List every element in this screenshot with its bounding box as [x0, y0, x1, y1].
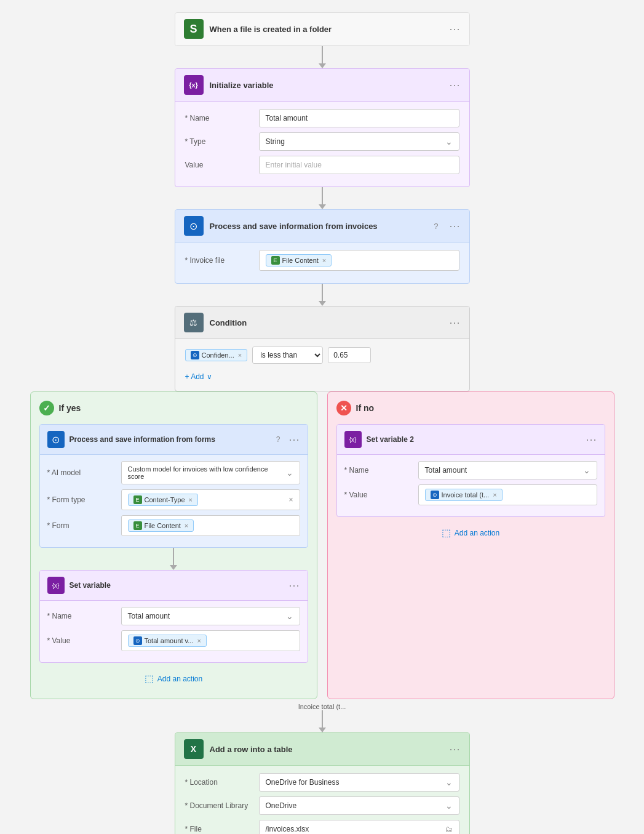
add-row-step: X Add a row into a table ··· * Location … [175, 732, 470, 834]
branch-no: ✕ If no {x} Set variable 2 ··· * Name To… [327, 391, 614, 699]
ai-model-label: * AI model [47, 468, 115, 477]
condition-chip-icon: ⊙ [191, 351, 199, 359]
set-variable-icon: {x} [47, 577, 65, 594]
doc-library-input[interactable]: OneDrive [259, 796, 459, 815]
set-var2-value-input[interactable]: ⊙ Invoice total (t... × [418, 484, 597, 505]
add-row-dots[interactable]: ··· [449, 743, 460, 756]
process-invoices-step: ⊙ Process and save information from invo… [175, 209, 470, 284]
condition-value[interactable] [328, 347, 371, 363]
trigger-dots[interactable]: ··· [449, 23, 460, 36]
location-row: * Location OneDrive for Business [185, 773, 459, 792]
set-var2-name-input[interactable]: Total amount [418, 461, 597, 479]
form-file-content-chip-close[interactable]: × [185, 522, 188, 529]
process-invoices-help[interactable]: ? [434, 222, 438, 231]
process-forms-dots[interactable]: ··· [288, 433, 300, 446]
file-browse-icon[interactable]: 🗂 [445, 825, 453, 833]
set-var-value-input[interactable]: ⊙ Total amount v... × [121, 630, 300, 651]
doc-library-row: * Document Library OneDrive [185, 796, 459, 815]
process-forms-body: * AI model Custom model for invoices wit… [40, 455, 308, 547]
form-type-input[interactable]: E Content-Type × × [121, 489, 300, 510]
branch-no-add-action[interactable]: ⬚ Add an action [336, 527, 605, 539]
add-condition-btn[interactable]: + Add ∨ [185, 370, 212, 383]
set-var2-value-label: * Value [344, 491, 412, 499]
process-invoices-dots[interactable]: ··· [449, 220, 460, 233]
set-variable-header: {x} Set variable ··· [40, 571, 308, 601]
process-forms-help[interactable]: ? [276, 435, 280, 444]
branch-yes-header: ✓ If yes [39, 401, 308, 415]
condition-operator[interactable]: is less than is greater than equals [252, 347, 323, 364]
trigger-header: S When a file is created in a folder ··· [175, 13, 469, 46]
ai-model-input[interactable]: Custom model for invoices with low confi… [121, 461, 300, 484]
file-content-chip-close[interactable]: × [322, 257, 326, 264]
total-amount-v-chip-close[interactable]: × [197, 637, 201, 644]
form-type-label: * Form type [47, 495, 115, 504]
total-amount-v-chip: ⊙ Total amount v... × [128, 635, 207, 647]
process-forms-step: ⊙ Process and save information from form… [39, 424, 308, 548]
invoice-file-label: * Invoice file [185, 256, 253, 265]
set-variable-title: Set variable [70, 581, 284, 590]
condition-step: ⚖ Condition ··· ⊙ Confiden... × is less … [175, 306, 470, 391]
process-forms-header: ⊙ Process and save information from form… [40, 425, 308, 455]
file-row: * File /invoices.xlsx 🗂 [185, 820, 459, 834]
form-input[interactable]: E File Content × [121, 515, 300, 536]
set-variable2-header: {x} Set variable 2 ··· [337, 425, 605, 455]
value-input[interactable]: Enter initial value [259, 156, 459, 174]
set-variable2-step: {x} Set variable 2 ··· * Name Total amou… [336, 424, 605, 517]
arrow-3 [319, 284, 326, 306]
init-variable-step: {x} Initialize variable ··· * Name Total… [175, 68, 470, 187]
name-field-row: * Name Total amount [185, 109, 459, 127]
branch-yes-add-action[interactable]: ⬚ Add an action [39, 673, 308, 684]
location-label: * Location [185, 778, 253, 787]
set-var-value-label: * Value [47, 636, 115, 645]
form-file-content-chip-icon: E [133, 521, 142, 530]
set-variable-dots[interactable]: ··· [288, 579, 300, 592]
condition-row: ⊙ Confiden... × is less than is greater … [185, 347, 459, 364]
condition-title: Condition [210, 318, 443, 327]
form-file-content-chip: E File Content × [128, 519, 194, 532]
ai-model-row: * AI model Custom model for invoices wit… [47, 461, 300, 484]
set-variable2-icon: {x} [344, 431, 362, 448]
location-input[interactable]: OneDrive for Business [259, 773, 459, 792]
init-variable-title: Initialize variable [210, 81, 443, 90]
set-var-name-row: * Name Total amount [47, 607, 300, 625]
arrow-2 [319, 187, 326, 209]
process-forms-title: Process and save information from forms [70, 435, 271, 444]
add-row-body: * Location OneDrive for Business * Docum… [175, 766, 469, 834]
init-variable-dots[interactable]: ··· [449, 79, 460, 92]
init-variable-body: * Name Total amount * Type String Value … [175, 102, 469, 186]
trigger-title: When a file is created in a folder [210, 25, 443, 34]
condition-dots[interactable]: ··· [449, 316, 460, 329]
arrow-bottom [319, 710, 326, 732]
branch-no-icon: ✕ [336, 401, 351, 415]
set-var-name-input[interactable]: Total amount [121, 607, 300, 625]
trigger-step: S When a file is created in a folder ··· [175, 12, 470, 46]
content-type-chip: E Content-Type × [128, 494, 198, 506]
form-type-clear[interactable]: × [288, 495, 293, 504]
add-row-title: Add a row into a table [210, 745, 443, 754]
set-variable-step: {x} Set variable ··· * Name Total amount… [39, 570, 308, 663]
set-variable-body: * Name Total amount * Value ⊙ Total amou… [40, 601, 308, 662]
condition-chip-close[interactable]: × [238, 351, 242, 359]
invoice-total-chip-close[interactable]: × [493, 491, 496, 499]
branch-yes-label: If yes [59, 403, 81, 413]
content-type-chip-close[interactable]: × [189, 496, 193, 503]
file-content-chip: E File Content × [266, 254, 332, 267]
invoice-file-input[interactable]: E File Content × [259, 250, 459, 271]
set-var-name-label: * Name [47, 612, 115, 620]
branch-no-header: ✕ If no [336, 401, 605, 415]
total-amount-v-chip-icon: ⊙ [133, 636, 142, 645]
process-invoices-body: * Invoice file E File Content × [175, 243, 469, 283]
branch-yes-icon: ✓ [39, 401, 54, 415]
type-input[interactable]: String [259, 132, 459, 151]
arrow-1 [319, 46, 326, 68]
set-var2-name-label: * Name [344, 466, 412, 475]
name-input[interactable]: Total amount [259, 109, 459, 127]
set-variable2-dots[interactable]: ··· [586, 433, 597, 446]
invoice-file-row: * Invoice file E File Content × [185, 250, 459, 271]
invoice-total-label: Incoice total (t... [298, 703, 346, 710]
trigger-icon: S [184, 19, 204, 39]
branch-yes: ✓ If yes ⊙ Process and save information … [30, 391, 317, 699]
flow-canvas: S When a file is created in a folder ···… [12, 12, 632, 834]
file-input[interactable]: /invoices.xlsx 🗂 [259, 820, 459, 834]
set-variable2-title: Set variable 2 [367, 435, 581, 444]
